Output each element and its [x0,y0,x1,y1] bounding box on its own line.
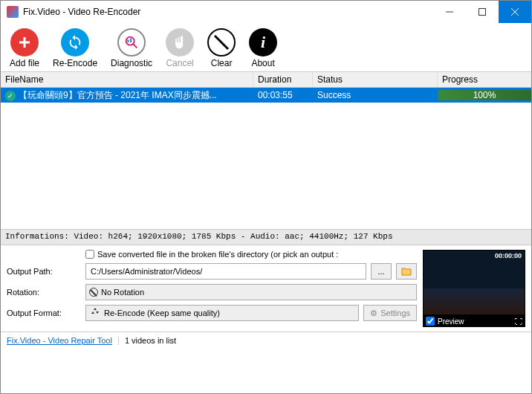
header-duration[interactable]: Duration [253,72,313,87]
diagnostic-icon [117,28,146,56]
titlebar: Fix.Video - Video Re-Encoder [1,1,531,23]
output-path-input[interactable]: C:/Users/Administrator/Videos/ [85,263,366,280]
save-in-dir-label: Save converted file in the broken file's… [97,250,338,259]
svg-rect-1 [479,9,486,16]
open-folder-button[interactable] [396,263,417,280]
cancel-label: Cancel [166,58,193,68]
options-panel: Save converted file in the broken file's… [1,245,531,332]
rotation-select[interactable]: No Rotation [85,284,417,300]
preview-image[interactable]: 00:00:00 [423,250,525,315]
plus-icon [10,28,39,56]
about-button[interactable]: i About [249,28,277,68]
cell-status: Success [313,88,438,102]
preview-panel: 00:00:00 Preview ⛶ [423,250,525,327]
diagnostic-button[interactable]: Diagnostic [111,28,152,68]
expand-icon[interactable]: ⛶ [515,317,522,326]
header-status[interactable]: Status [313,72,438,87]
format-label: Output Format: [7,309,81,317]
status-link[interactable]: Fix.Video - Video Repair Tool [1,336,119,345]
diagnostic-label: Diagnostic [111,58,152,68]
no-rotation-icon [89,288,98,297]
gear-icon: ⚙ [370,309,377,318]
add-file-button[interactable]: Add file [10,28,39,68]
check-icon: ✓ [5,91,16,101]
table-row[interactable]: ✓【玩命關頭9】官方預告 - 2021年 IMAX同步震撼... 00:03:5… [1,88,531,103]
header-filename[interactable]: FileName [1,72,253,87]
save-in-dir-checkbox[interactable] [85,250,94,259]
svg-line-7 [133,43,137,48]
svg-rect-9 [130,38,132,42]
clear-button[interactable]: Clear [207,28,236,68]
output-path-label: Output Path: [7,267,81,276]
add-file-label: Add file [10,58,39,68]
file-list[interactable]: ✓【玩命關頭9】官方預告 - 2021年 IMAX同步震撼... 00:03:5… [1,88,531,229]
svg-line-10 [215,36,228,49]
preview-label: Preview [438,317,464,326]
no-entry-icon [207,28,236,56]
maximize-button[interactable] [466,1,499,23]
hand-icon [166,28,194,56]
column-headers: FileName Duration Status Progress [1,71,531,88]
window-title: Fix.Video - Video Re-Encoder [23,7,433,17]
preview-checkbox[interactable] [426,317,435,326]
settings-button: ⚙Settings [363,305,417,321]
recycle-icon [89,306,101,320]
refresh-icon [61,28,89,56]
cell-duration: 00:03:55 [253,88,313,102]
toolbar: Add file Re-Encode Diagnostic Cancel Cle… [1,23,531,71]
header-progress[interactable]: Progress [438,72,531,87]
about-label: About [251,58,274,68]
statusbar: Fix.Video - Video Repair Tool 1 videos i… [1,332,531,348]
preview-timestamp: 00:00:00 [495,252,522,259]
rotation-label: Rotation: [7,288,81,297]
status-count: 1 videos in list [119,336,182,345]
app-icon [7,6,19,18]
cell-filename: ✓【玩命關頭9】官方預告 - 2021年 IMAX同步震撼... [1,88,253,103]
info-icon: i [249,28,277,56]
clear-label: Clear [211,58,233,68]
re-encode-button[interactable]: Re-Encode [53,28,97,68]
svg-rect-8 [128,39,129,42]
preview-scene [424,288,525,314]
cancel-button: Cancel [166,28,194,68]
browse-button[interactable]: ... [371,263,392,280]
minimize-button[interactable] [433,1,466,23]
info-bar: Informations: Video: h264; 1920x1080; 17… [1,229,531,245]
format-select[interactable]: Re-Encode (Keep same quality) [85,305,359,321]
close-button[interactable] [499,1,531,23]
re-encode-label: Re-Encode [53,58,97,68]
cell-progress: 100% [438,90,531,100]
